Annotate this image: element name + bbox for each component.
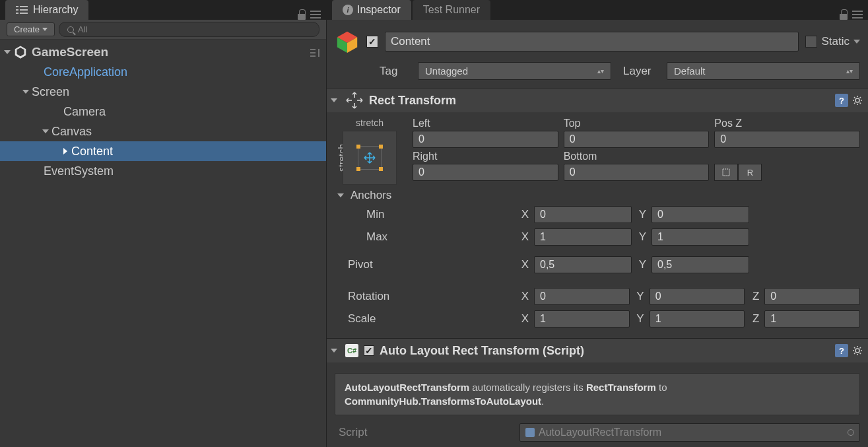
hierarchy-search[interactable]: All: [59, 22, 319, 37]
object-picker-icon[interactable]: [848, 429, 854, 436]
foldout-icon[interactable]: [331, 98, 337, 102]
scene-name: GameScreen: [32, 45, 108, 59]
hierarchy-item-label: CoreApplication: [44, 65, 127, 79]
x-label: X: [519, 290, 529, 303]
layer-dropdown[interactable]: Default ▴▾: [667, 62, 860, 80]
hierarchy-tab-label: Hierarchy: [33, 4, 78, 16]
hierarchy-item-camera[interactable]: Camera: [0, 102, 326, 121]
tag-label: Tag: [380, 65, 411, 78]
tag-value: Untagged: [425, 65, 468, 77]
help-icon[interactable]: ?: [835, 344, 848, 357]
svg-rect-10: [723, 169, 729, 176]
foldout-icon[interactable]: [4, 50, 11, 54]
bottom-input[interactable]: [564, 164, 710, 181]
hierarchy-item-label: EventSystem: [44, 164, 114, 178]
component-enabled-checkbox[interactable]: [364, 345, 374, 356]
search-placeholder: All: [78, 24, 87, 34]
scale-z-input[interactable]: [764, 310, 860, 327]
foldout-icon[interactable]: [331, 349, 337, 353]
svg-point-9: [855, 98, 859, 102]
foldout-icon[interactable]: [22, 90, 29, 94]
pivot-y-input[interactable]: [651, 256, 749, 273]
left-input[interactable]: [413, 131, 558, 148]
hierarchy-tab-bar: Hierarchy: [0, 0, 326, 20]
rotation-x-input[interactable]: [534, 288, 630, 305]
y-label: Y: [635, 290, 644, 303]
bottom-label: Bottom: [564, 151, 710, 162]
inspector-tab[interactable]: i Inspector: [332, 0, 411, 20]
foldout-icon[interactable]: [42, 129, 49, 133]
anchor-max-x-input[interactable]: [534, 228, 632, 246]
hierarchy-item-screen[interactable]: Screen: [0, 82, 326, 102]
pivot-x-input[interactable]: [534, 256, 632, 273]
hierarchy-panel: Hierarchy Create All GameScreen CoreAppl…: [0, 0, 326, 447]
lock-icon[interactable]: [297, 9, 306, 20]
hierarchy-tab[interactable]: Hierarchy: [5, 0, 88, 20]
panel-menu-icon[interactable]: [310, 11, 321, 18]
left-label: Left: [413, 118, 558, 129]
rect-transform-icon: [345, 91, 364, 110]
hierarchy-item-eventsystem[interactable]: EventSystem: [0, 161, 326, 181]
help-icon[interactable]: ?: [835, 94, 848, 107]
tag-dropdown[interactable]: Untagged ▴▾: [418, 62, 611, 80]
script-label: Script: [335, 426, 519, 439]
x-label: X: [519, 258, 529, 271]
anchor-max-y-input[interactable]: [651, 228, 749, 246]
scale-label: Scale: [335, 312, 519, 326]
hierarchy-item-label: Content: [71, 145, 113, 158]
gameobject-icon[interactable]: [335, 29, 360, 54]
foldout-icon[interactable]: [63, 148, 67, 155]
rect-transform-header[interactable]: Rect Transform ?: [327, 88, 868, 112]
posz-label: Pos Z: [714, 118, 860, 129]
gameobject-name-input[interactable]: [385, 32, 799, 52]
rotation-z-input[interactable]: [764, 288, 860, 305]
top-input[interactable]: [564, 131, 710, 148]
anchor-max-label: Max: [335, 230, 519, 244]
search-icon: [67, 26, 74, 33]
hierarchy-toolbar: Create All: [0, 20, 326, 40]
script-field[interactable]: AutoLayoutRectTransform: [519, 423, 860, 442]
auto-layout-info-box: AutoLayoutRectTransform automatically re…: [335, 373, 860, 415]
anchor-min-y-input[interactable]: [651, 206, 749, 223]
posz-input[interactable]: [714, 131, 860, 148]
y-label: Y: [637, 230, 646, 244]
scene-menu-icon[interactable]: [310, 48, 319, 57]
hierarchy-item-label: Screen: [32, 85, 69, 99]
z-label: Z: [750, 312, 759, 326]
test-runner-tab-label: Test Runner: [423, 4, 480, 16]
scale-y-input[interactable]: [650, 310, 745, 327]
gear-icon[interactable]: [852, 95, 863, 106]
y-label: Y: [637, 208, 646, 221]
test-runner-tab[interactable]: Test Runner: [413, 0, 490, 20]
scene-row-gamescreen[interactable]: GameScreen: [0, 42, 326, 62]
hierarchy-item-label: Camera: [63, 105, 106, 119]
right-input[interactable]: [413, 164, 558, 181]
scale-x-input[interactable]: [534, 310, 630, 327]
hierarchy-tree: GameScreen CoreApplication Screen Camera…: [0, 40, 326, 447]
hierarchy-item-content[interactable]: Content: [0, 141, 326, 161]
blueprint-mode-button[interactable]: [714, 164, 738, 181]
rotation-label: Rotation: [335, 290, 519, 303]
svg-rect-5: [20, 13, 28, 14]
gear-icon[interactable]: [852, 345, 863, 356]
panel-menu-icon[interactable]: [852, 11, 863, 18]
dropdown-arrows-icon: ▴▾: [597, 67, 604, 75]
top-label: Top: [564, 118, 710, 129]
hierarchy-item-coreapplication[interactable]: CoreApplication: [0, 62, 326, 82]
gameobject-enabled-checkbox[interactable]: [366, 36, 378, 48]
script-value: AutoLayoutRectTransform: [539, 427, 661, 438]
auto-layout-header[interactable]: C# Auto Layout Rect Transform (Script) ?: [327, 339, 868, 362]
inspector-header: Static: [327, 20, 868, 59]
anchor-min-label: Min: [335, 208, 519, 221]
anchor-preset-button[interactable]: stretch stretch: [335, 118, 405, 185]
rotation-y-input[interactable]: [650, 288, 745, 305]
raw-edit-button[interactable]: R: [738, 164, 762, 181]
svg-point-11: [855, 349, 859, 353]
lock-icon[interactable]: [839, 9, 848, 20]
anchor-min-x-input[interactable]: [534, 206, 632, 223]
chevron-down-icon: [853, 40, 860, 44]
static-toggle[interactable]: Static: [805, 35, 860, 48]
create-button[interactable]: Create: [7, 22, 55, 36]
hierarchy-item-canvas[interactable]: Canvas: [0, 121, 326, 141]
foldout-icon[interactable]: [337, 193, 344, 197]
